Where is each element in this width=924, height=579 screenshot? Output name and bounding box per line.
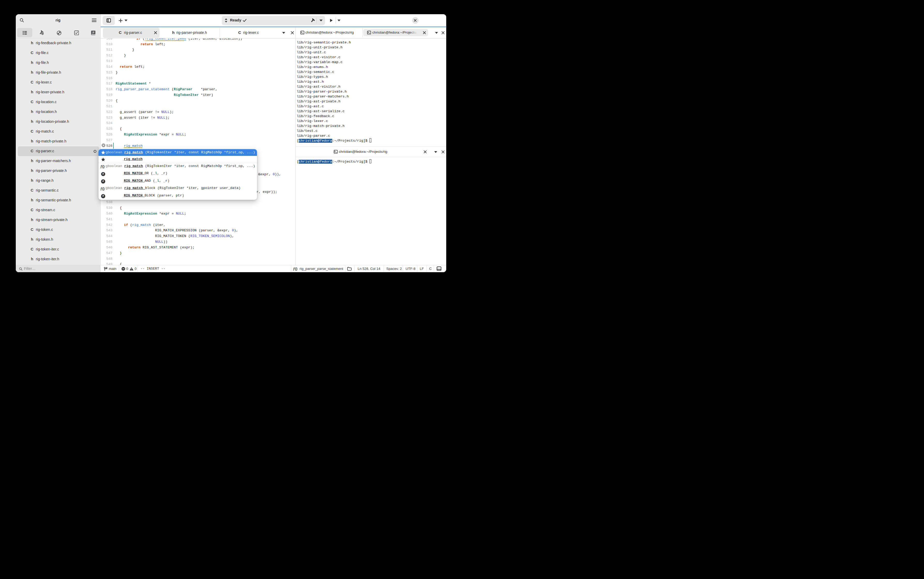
- svg-text:P: P: [93, 31, 94, 34]
- svg-text:!: !: [42, 33, 43, 35]
